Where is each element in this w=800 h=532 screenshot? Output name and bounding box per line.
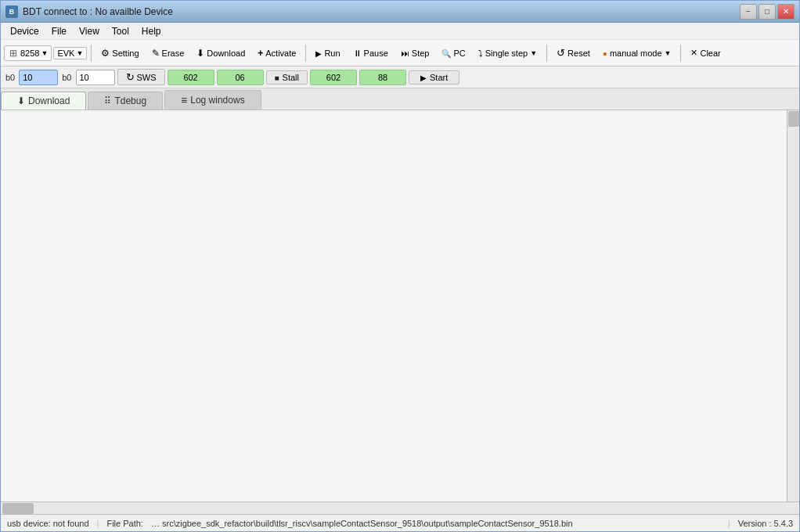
status-box-1: 602 — [168, 70, 214, 85]
status-sep-1: | — [97, 519, 99, 528]
scroll-thumb-v[interactable] — [788, 111, 799, 127]
separator-2 — [305, 45, 306, 62]
clear-icon — [690, 48, 697, 58]
pause-icon — [353, 49, 362, 58]
toolbar-secondary: b0 b0 SWS 602 06 Stall 602 88 Start — [1, 66, 799, 88]
chip-dropdown-icon: ▼ — [41, 49, 48, 57]
sws-button[interactable]: SWS — [117, 69, 165, 85]
start-icon — [420, 73, 427, 82]
window-title: BDT connect to : No availble Device — [23, 6, 173, 17]
manual-icon — [603, 49, 607, 58]
tab-logwindows[interactable]: Log windows — [164, 90, 261, 110]
stall-button[interactable]: Stall — [266, 70, 308, 84]
toolbar-primary: 8258 ▼ EVK ▼ Setting Erase Download Acti… — [1, 40, 799, 66]
status-sep-2: | — [728, 519, 730, 528]
b0-label-1: b0 — [4, 73, 16, 82]
window-controls: − □ ✕ — [740, 4, 795, 20]
evk-selector[interactable]: EVK ▼ — [53, 47, 87, 59]
pause-label: Pause — [364, 49, 388, 58]
title-bar-left: B BDT connect to : No availble Device — [5, 5, 173, 18]
separator-3 — [546, 45, 547, 62]
tab-tdebug[interactable]: Tdebug — [88, 92, 163, 110]
vertical-scrollbar[interactable] — [787, 110, 799, 501]
menu-help[interactable]: Help — [135, 24, 168, 38]
activate-button[interactable]: Activate — [252, 45, 301, 62]
version-label: Version : 5.4.3 — [738, 519, 793, 528]
step-button[interactable]: Step — [395, 45, 435, 61]
tab-bar: Download Tdebug Log windows — [1, 88, 799, 110]
sws-label: SWS — [137, 73, 157, 82]
separator-4 — [680, 45, 681, 62]
status-box-4: 88 — [359, 70, 406, 85]
step-label: Step — [412, 49, 430, 58]
status-box-3: 602 — [310, 70, 357, 85]
download-tab-icon — [17, 95, 25, 106]
evk-dropdown-icon: ▼ — [76, 49, 83, 57]
pc-icon — [441, 49, 451, 58]
file-path-value: … src\zigbee_sdk_refactor\build\tlsr_ris… — [151, 519, 720, 528]
menu-bar: Device File View Tool Help — [1, 23, 799, 40]
b0-label-2: b0 — [60, 73, 73, 82]
manual-dropdown-icon: ▼ — [665, 49, 672, 57]
pc-button[interactable]: PC — [436, 45, 470, 61]
reset-button[interactable]: Reset — [551, 44, 596, 62]
sws-icon — [126, 71, 135, 83]
activate-icon — [258, 48, 263, 59]
reset-label: Reset — [568, 49, 590, 58]
tdebug-tab-icon — [104, 95, 111, 106]
setting-label: Setting — [112, 49, 139, 58]
maximize-button[interactable]: □ — [759, 4, 776, 20]
run-button[interactable]: Run — [310, 45, 345, 61]
title-bar: B BDT connect to : No availble Device − … — [1, 1, 799, 23]
erase-label: Erase — [162, 49, 185, 58]
singlestep-label: Single step — [485, 49, 528, 58]
download-icon — [196, 48, 204, 59]
separator-1 — [91, 45, 92, 62]
content-container: a b c d — [1, 110, 799, 501]
activate-label: Activate — [265, 49, 296, 58]
status-box-2: 06 — [217, 70, 264, 85]
setting-button[interactable]: Setting — [95, 45, 144, 62]
pc-label: PC — [453, 49, 465, 58]
chip-value: 8258 — [20, 49, 39, 58]
start-button[interactable]: Start — [409, 70, 459, 84]
logwindows-tab-icon — [181, 94, 187, 106]
singlestep-dropdown-icon: ▼ — [530, 49, 537, 57]
menu-tool[interactable]: Tool — [106, 24, 135, 38]
tdebug-tab-label: Tdebug — [114, 95, 146, 106]
run-icon — [315, 49, 322, 58]
chip-selector[interactable]: 8258 ▼ — [4, 45, 52, 61]
erase-button[interactable]: Erase — [146, 45, 190, 62]
clear-button[interactable]: Clear — [685, 45, 726, 61]
manual-mode-button[interactable]: manual mode ▼ — [597, 45, 677, 61]
close-button[interactable]: ✕ — [777, 4, 795, 20]
main-window: B BDT connect to : No availble Device − … — [0, 0, 800, 532]
input-field-2[interactable] — [76, 70, 115, 85]
start-label: Start — [430, 73, 448, 82]
menu-view[interactable]: View — [73, 24, 106, 38]
step-icon — [401, 49, 409, 58]
status-bar: usb device: not found | File Path: … src… — [1, 514, 799, 531]
evk-value: EVK — [57, 49, 74, 58]
manual-label: manual mode — [610, 49, 662, 58]
erase-icon — [152, 48, 160, 59]
tab-download[interactable]: Download — [1, 92, 86, 110]
pause-button[interactable]: Pause — [348, 45, 394, 61]
singlestep-icon — [478, 49, 483, 58]
setting-icon — [101, 48, 110, 59]
menu-device[interactable]: Device — [4, 24, 45, 38]
minimize-button[interactable]: − — [740, 4, 757, 20]
download-label: Download — [207, 49, 245, 58]
stall-label: Stall — [283, 73, 299, 82]
horizontal-scrollbar[interactable] — [1, 501, 799, 514]
singlestep-button[interactable]: Single step ▼ — [473, 45, 542, 61]
download-button[interactable]: Download — [191, 45, 250, 62]
scroll-thumb-h[interactable] — [2, 503, 34, 514]
app-icon: B — [5, 5, 18, 18]
input-field-1[interactable] — [19, 70, 58, 85]
file-path-label: File Path: — [106, 519, 142, 528]
logwindows-tab-label: Log windows — [190, 95, 244, 106]
device-group: 8258 ▼ EVK ▼ — [4, 45, 87, 61]
run-label: Run — [324, 49, 340, 58]
menu-file[interactable]: File — [45, 24, 73, 38]
